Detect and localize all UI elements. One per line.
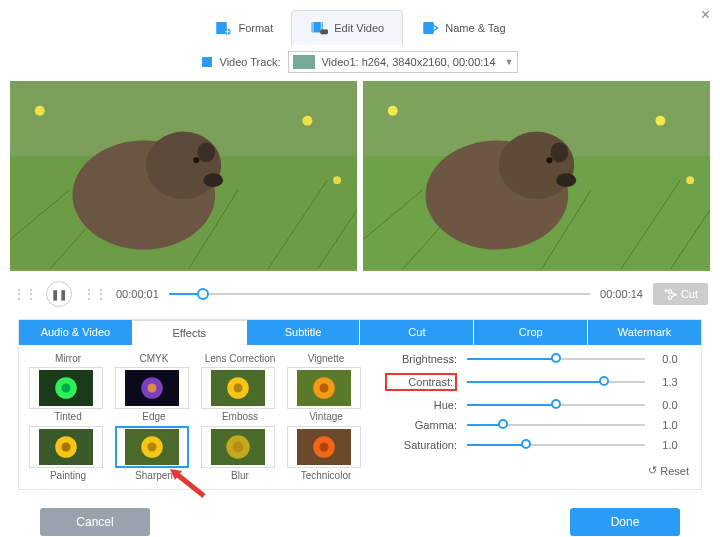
svg-point-24 bbox=[655, 116, 665, 126]
svg-point-20 bbox=[193, 157, 199, 163]
svg-point-9 bbox=[302, 116, 312, 126]
hue-slider[interactable] bbox=[467, 404, 645, 406]
video-track-selected: Video1: h264, 3840x2160, 00:00:14 bbox=[321, 56, 495, 68]
svg-point-46 bbox=[234, 384, 243, 393]
svg-point-10 bbox=[333, 176, 341, 184]
reset-icon: ↺ bbox=[648, 464, 657, 477]
drag-handle-right-icon[interactable]: ⋮⋮ bbox=[82, 286, 106, 302]
contrast-slider[interactable] bbox=[467, 381, 645, 383]
effects-panel: Audio & Video Effects Subtitle Cut Crop … bbox=[18, 319, 702, 490]
slider-saturation: Saturation: 1.0 bbox=[385, 439, 685, 451]
effects-grid: Mirror Tinted CMYK Edge Lens Correction … bbox=[29, 353, 365, 481]
slider-contrast: Contrast: 1.3 bbox=[385, 373, 685, 391]
tab-edit-video[interactable]: Edit Video bbox=[291, 10, 403, 45]
preview-original-pane bbox=[10, 81, 357, 271]
scissors-plus-icon bbox=[663, 288, 677, 300]
sub-tab-crop[interactable]: Crop bbox=[474, 320, 588, 345]
svg-point-17 bbox=[146, 132, 221, 199]
tab-name-tag-label: Name & Tag bbox=[445, 22, 505, 34]
svg-point-8 bbox=[35, 106, 45, 116]
timeline-slider[interactable] bbox=[169, 293, 590, 295]
close-icon[interactable]: × bbox=[701, 6, 710, 24]
effect-vignette[interactable]: Vignette Vintage bbox=[287, 353, 365, 422]
drag-handle-left-icon[interactable]: ⋮⋮ bbox=[12, 286, 36, 302]
tab-format[interactable]: Format bbox=[196, 10, 291, 45]
effect-cmyk[interactable]: CMYK Edge bbox=[115, 353, 193, 422]
sub-tab-watermark[interactable]: Watermark bbox=[588, 320, 701, 345]
svg-point-37 bbox=[668, 296, 672, 300]
edit-video-icon bbox=[310, 19, 328, 37]
footer-buttons: Cancel Done bbox=[40, 508, 680, 536]
slider-hue: Hue: 0.0 bbox=[385, 399, 685, 411]
tab-edit-video-label: Edit Video bbox=[334, 22, 384, 34]
video-track-row: Video Track: Video1: h264, 3840x2160, 00… bbox=[0, 51, 720, 73]
sub-tab-cut[interactable]: Cut bbox=[360, 320, 474, 345]
time-total: 00:00:14 bbox=[600, 288, 643, 300]
done-button[interactable]: Done bbox=[570, 508, 680, 536]
svg-point-35 bbox=[546, 157, 552, 163]
slider-gamma: Gamma: 1.0 bbox=[385, 419, 685, 431]
pause-button[interactable]: ❚❚ bbox=[46, 281, 72, 307]
tab-name-tag[interactable]: Name & Tag bbox=[403, 10, 523, 45]
svg-point-58 bbox=[233, 442, 244, 453]
preview-area: ▷ Original Preview 🔍 bbox=[10, 81, 710, 271]
sliders-column: Brightness: 0.0 Contrast: 1.3 Hue: 0.0 G… bbox=[385, 353, 691, 481]
timeline: ⋮⋮ ❚❚ ⋮⋮ 00:00:01 00:00:14 Cut bbox=[12, 281, 708, 307]
video-track-thumb-icon bbox=[293, 55, 315, 69]
svg-point-23 bbox=[388, 106, 398, 116]
tab-format-label: Format bbox=[238, 22, 273, 34]
svg-point-25 bbox=[686, 176, 694, 184]
effect-technicolor[interactable]: Technicolor bbox=[287, 426, 365, 481]
effect-sharpen[interactable]: Sharpen bbox=[115, 426, 193, 481]
sub-tab-audio-video[interactable]: Audio & Video bbox=[19, 320, 133, 345]
svg-point-61 bbox=[320, 443, 329, 452]
top-tabs: Format Edit Video Name & Tag bbox=[0, 0, 720, 45]
slider-brightness: Brightness: 0.0 bbox=[385, 353, 685, 365]
svg-point-19 bbox=[203, 173, 223, 187]
time-current: 00:00:01 bbox=[116, 288, 159, 300]
video-track-label: Video Track: bbox=[220, 56, 281, 68]
svg-point-43 bbox=[148, 384, 157, 393]
video-track-select[interactable]: Video1: h264, 3840x2160, 00:00:14 ▼ bbox=[288, 51, 518, 73]
sub-tab-effects[interactable]: Effects bbox=[133, 320, 247, 345]
svg-point-18 bbox=[197, 142, 215, 162]
svg-point-32 bbox=[499, 132, 574, 199]
effect-blur[interactable]: Blur bbox=[201, 426, 279, 481]
svg-point-49 bbox=[320, 384, 329, 393]
svg-point-55 bbox=[148, 443, 157, 452]
video-track-indicator-icon bbox=[202, 57, 212, 67]
effect-mirror[interactable]: Mirror Tinted bbox=[29, 353, 107, 422]
brightness-slider[interactable] bbox=[467, 358, 645, 360]
effect-lens[interactable]: Lens Correction Emboss bbox=[201, 353, 279, 422]
chevron-down-icon: ▼ bbox=[505, 57, 514, 67]
sub-tab-subtitle[interactable]: Subtitle bbox=[247, 320, 361, 345]
sub-tabs: Audio & Video Effects Subtitle Cut Crop … bbox=[19, 320, 701, 345]
preview-result-pane bbox=[363, 81, 710, 271]
svg-point-33 bbox=[550, 142, 568, 162]
cancel-button[interactable]: Cancel bbox=[40, 508, 150, 536]
svg-point-34 bbox=[556, 173, 576, 187]
svg-point-40 bbox=[62, 384, 71, 393]
svg-point-52 bbox=[62, 443, 71, 452]
effect-painting[interactable]: Painting bbox=[29, 426, 107, 481]
svg-rect-5 bbox=[423, 22, 434, 34]
name-tag-icon bbox=[421, 19, 439, 37]
gamma-slider[interactable] bbox=[467, 424, 645, 426]
cut-button[interactable]: Cut bbox=[653, 283, 708, 305]
saturation-slider[interactable] bbox=[467, 444, 645, 446]
reset-button[interactable]: ↺ Reset bbox=[648, 464, 689, 477]
format-icon bbox=[214, 19, 232, 37]
svg-point-36 bbox=[668, 290, 672, 294]
